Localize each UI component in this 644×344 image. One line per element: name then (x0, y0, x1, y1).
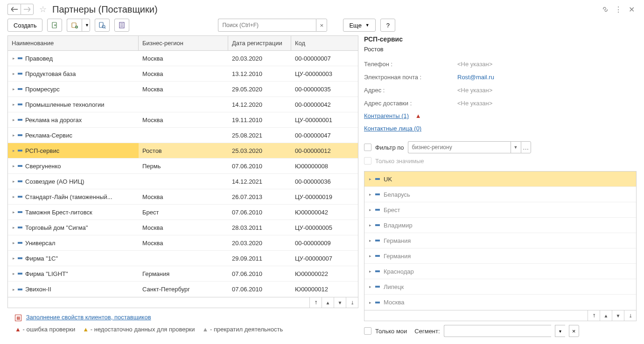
tree-expand-icon[interactable]: ▸ (369, 192, 371, 197)
find-button[interactable] (95, 19, 110, 32)
column-header-code[interactable]: Код (291, 36, 352, 50)
create-group-dropdown[interactable]: ▼ (82, 19, 90, 32)
search-input[interactable] (218, 19, 316, 32)
table-row[interactable]: ▸ПромресурсМосква29.05.202000-00000035 (8, 82, 358, 97)
filter-region-dropdown[interactable]: ▼ (511, 141, 521, 153)
pager-last-button[interactable]: ⤓ (346, 297, 358, 308)
table-row[interactable]: ▸Фирма "LIGHT"Германия07.06.2010Ю0000002… (8, 266, 358, 282)
filter-checkbox[interactable] (364, 144, 371, 151)
favorite-star-icon[interactable]: ☆ (36, 4, 49, 14)
table-row[interactable]: ▸УниверсалМосква20.03.202000-00000009 (8, 235, 358, 251)
region-row[interactable]: ▸Липецк (364, 279, 636, 295)
row-name: Стандарт-Лайн (таможенный... (25, 193, 112, 200)
counterparties-link[interactable]: Контрагенты (1) (364, 112, 409, 119)
nav-forward-button[interactable] (21, 4, 34, 15)
regions-pager-down[interactable]: ▼ (612, 310, 624, 321)
table-row[interactable]: ▸Эвихон-IIСанкт-Петербург07.06.2010Ю0000… (8, 282, 358, 297)
row-date: 14.12.2020 (228, 97, 291, 112)
table-row[interactable]: ▸ПравоведМосква20.03.202000-00000007 (8, 51, 358, 66)
close-icon[interactable]: ✕ (626, 4, 637, 14)
more-menu-icon[interactable]: ⋮ (613, 4, 623, 14)
tree-expand-icon[interactable]: ▸ (13, 241, 15, 245)
tree-expand-icon[interactable]: ▸ (13, 117, 15, 122)
tree-expand-icon[interactable]: ▸ (13, 287, 15, 292)
copy-button[interactable] (47, 19, 62, 32)
create-button[interactable]: Создать (7, 19, 42, 32)
region-row[interactable]: ▸Москва (364, 295, 636, 310)
tree-expand-icon[interactable]: ▸ (369, 238, 371, 243)
tree-expand-icon[interactable]: ▸ (369, 300, 371, 305)
tree-expand-icon[interactable]: ▸ (13, 271, 15, 276)
nav-back-button[interactable] (7, 4, 21, 15)
only-mine-checkbox[interactable] (364, 327, 371, 335)
row-name: Реклама-Сервис (25, 132, 72, 139)
segment-clear-button[interactable]: × (569, 325, 579, 337)
contacts-link[interactable]: Контактные лица (0) (364, 125, 421, 132)
table-row[interactable]: ▸Торговый дом "Сигма"Москва28.03.2011ЦУ-… (8, 220, 358, 235)
tree-expand-icon[interactable]: ▸ (13, 179, 15, 184)
table-row[interactable]: ▸Таможня Брест-литовскБрест07.06.2010Ю00… (8, 205, 358, 220)
tree-expand-icon[interactable]: ▸ (369, 207, 371, 212)
tree-expand-icon[interactable]: ▸ (369, 254, 371, 258)
tree-expand-icon[interactable]: ▸ (13, 210, 15, 214)
tree-expand-icon[interactable]: ▸ (369, 177, 371, 181)
tree-expand-icon[interactable]: ▸ (13, 225, 15, 230)
pager-first-button[interactable]: ⤒ (309, 297, 322, 308)
tree-expand-icon[interactable]: ▸ (13, 71, 15, 76)
tree-expand-icon[interactable]: ▸ (369, 223, 371, 227)
pager-down-button[interactable]: ▼ (334, 297, 346, 308)
regions-pager-first[interactable]: ⤒ (588, 310, 600, 321)
table-row[interactable]: ▸Реклама-Сервис25.08.202100-00000047 (8, 128, 358, 143)
table-row[interactable]: ▸Стандарт-Лайн (таможенный...Москва26.07… (8, 189, 358, 205)
regions-pager-last[interactable]: ⤓ (624, 310, 636, 321)
column-header-date[interactable]: Дата регистрации (228, 36, 291, 50)
region-row[interactable]: ▸Беларусь (364, 187, 636, 202)
region-row[interactable]: ▸Краснодар (364, 264, 636, 279)
pager-up-button[interactable]: ▲ (322, 297, 334, 308)
tree-expand-icon[interactable]: ▸ (13, 87, 15, 91)
table-pager: ⤒ ▲ ▼ ⤓ (7, 297, 358, 308)
table-row[interactable]: ▸Продуктовая базаМосква13.12.2010ЦУ-0000… (8, 66, 358, 82)
filter-region-input[interactable] (408, 141, 511, 153)
email-value[interactable]: Rost@mail.ru (457, 74, 494, 81)
table-row[interactable]: ▸Фирма "1С"29.09.2011ЦУ-00000007 (8, 251, 358, 266)
region-row[interactable]: ▸Владимир (364, 218, 636, 233)
tree-expand-icon[interactable]: ▸ (369, 284, 371, 289)
regions-pager-up[interactable]: ▲ (600, 310, 612, 321)
region-name: Владимир (384, 222, 413, 229)
fill-properties-link[interactable]: Заполнение свойств клиентов, поставщиков (26, 314, 151, 321)
table-row[interactable]: ▸Реклама на дорогахМосква19.11.2010ЦУ-00… (8, 112, 358, 128)
more-button[interactable]: Еще▼ (343, 19, 375, 32)
filter-region-select-button[interactable]: … (521, 141, 531, 153)
tree-expand-icon[interactable]: ▸ (13, 56, 15, 61)
segment-dropdown[interactable]: ▾ (555, 325, 565, 337)
tree-expand-icon[interactable]: ▸ (13, 148, 15, 153)
only-significant-checkbox[interactable] (364, 157, 371, 165)
tree-expand-icon[interactable]: ▸ (13, 102, 15, 107)
item-icon (18, 257, 22, 259)
region-row[interactable]: ▸UK (364, 172, 636, 187)
table-row[interactable]: ▸РСП-сервисРостов25.03.202000-00000012 (8, 143, 358, 158)
tree-expand-icon[interactable]: ▸ (13, 194, 15, 199)
region-row[interactable]: ▸Брест (364, 202, 636, 218)
region-row[interactable]: ▸Германия (364, 233, 636, 248)
tree-expand-icon[interactable]: ▸ (13, 133, 15, 138)
tree-expand-icon[interactable]: ▸ (369, 269, 371, 274)
table-row[interactable]: ▸Созвездие (АО НИЦ)14.12.202100-00000036 (8, 174, 358, 189)
table-row[interactable]: ▸СвергуненкоПермь07.06.2010Ю00000008 (8, 158, 358, 174)
create-group-button[interactable] (67, 19, 82, 32)
legend-warn-text: - недостаточно данных для проверки (89, 326, 195, 333)
search-clear-button[interactable]: × (316, 19, 327, 32)
column-header-name[interactable]: Наименование (8, 36, 139, 50)
row-date: 13.12.2010 (228, 66, 291, 81)
column-header-region[interactable]: Бизнес-регион (139, 36, 228, 50)
table-row[interactable]: ▸Промышленные технологии14.12.202000-000… (8, 97, 358, 112)
list-button[interactable] (114, 19, 129, 32)
tree-expand-icon[interactable]: ▸ (13, 164, 15, 168)
help-button[interactable]: ? (380, 19, 395, 32)
link-icon[interactable] (600, 4, 610, 14)
tree-expand-icon[interactable]: ▸ (13, 256, 15, 261)
region-row[interactable]: ▸Германия (364, 248, 636, 264)
row-date: 19.11.2010 (228, 112, 291, 127)
segment-input[interactable] (444, 325, 551, 337)
